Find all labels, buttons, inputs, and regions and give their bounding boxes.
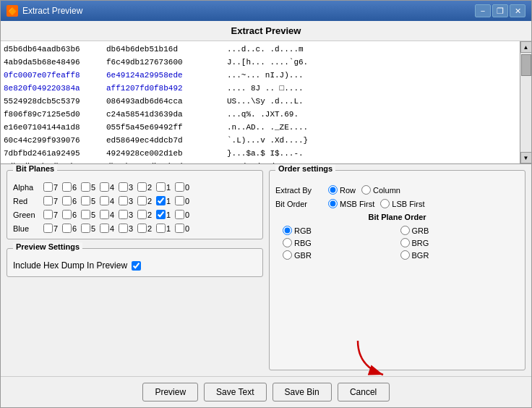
bit-item: 6 xyxy=(62,196,78,205)
green-6-checkbox[interactable] xyxy=(62,210,72,219)
bit-item: 1 xyxy=(156,224,172,233)
red-label: Red xyxy=(13,197,40,205)
red-7-checkbox[interactable] xyxy=(43,196,53,205)
bit-planes-group: Bit Planes Alpha 7 6 5 4 3 2 1 0 xyxy=(7,170,263,239)
bit-item: 4 xyxy=(100,210,116,219)
bit-item: 5 xyxy=(81,196,97,205)
scrollbar-vertical[interactable]: ▲ ▼ xyxy=(520,41,531,163)
blue-4-checkbox[interactable] xyxy=(100,224,109,233)
minimize-button[interactable]: − xyxy=(475,4,491,17)
green-5-checkbox[interactable] xyxy=(81,210,90,219)
green-2-checkbox[interactable] xyxy=(137,210,147,219)
gbr-radio-input[interactable] xyxy=(283,250,292,260)
bit-item: 5 xyxy=(81,182,97,192)
grb-radio-input[interactable] xyxy=(400,226,410,235)
bit-item: 4 xyxy=(100,182,116,192)
blue-3-checkbox[interactable] xyxy=(119,224,128,233)
preview-button[interactable]: Preview xyxy=(142,383,198,401)
bit-item: 1 xyxy=(156,196,172,205)
alpha-0-checkbox[interactable] xyxy=(175,182,184,192)
red-0-checkbox[interactable] xyxy=(175,196,184,205)
bit-item: 6 xyxy=(62,210,78,219)
hex-dump-checkbox[interactable] xyxy=(132,261,141,271)
green-1-checkbox[interactable] xyxy=(156,210,166,219)
extract-column-radio: Column xyxy=(361,185,400,195)
rgb-radio-input[interactable] xyxy=(283,226,292,235)
main-window: 🔶 Extract Preview − ❐ ✕ Extract Preview … xyxy=(0,0,532,408)
blue-1-checkbox[interactable] xyxy=(156,224,166,233)
bit-item: 2 xyxy=(137,210,153,219)
bit-item: 2 xyxy=(137,224,153,233)
blue-5-checkbox[interactable] xyxy=(81,224,90,233)
bit-item: 4 xyxy=(100,224,116,233)
close-button[interactable]: ✕ xyxy=(510,4,525,17)
bit-planes-grid: Alpha 7 6 5 4 3 2 1 0 Red 7 6 xyxy=(13,182,257,233)
bit-item: 0 xyxy=(175,196,191,205)
red-3-checkbox[interactable] xyxy=(119,196,128,205)
bit-item: 5 xyxy=(81,224,97,233)
row-radio[interactable] xyxy=(328,185,338,195)
scroll-down-arrow[interactable]: ▼ xyxy=(520,152,532,163)
red-5-checkbox[interactable] xyxy=(81,196,90,205)
extract-row-radio: Row xyxy=(328,185,356,195)
lsb-radio[interactable] xyxy=(380,199,390,208)
blue-2-checkbox[interactable] xyxy=(137,224,147,233)
blue-0-checkbox[interactable] xyxy=(175,224,184,233)
red-1-checkbox[interactable] xyxy=(156,196,166,205)
alpha-7-checkbox[interactable] xyxy=(43,182,53,192)
scroll-up-arrow[interactable]: ▲ xyxy=(520,41,532,53)
blue-6-checkbox[interactable] xyxy=(62,224,72,233)
scroll-thumb[interactable] xyxy=(521,54,531,76)
green-4-checkbox[interactable] xyxy=(100,210,109,219)
bit-item: 0 xyxy=(175,224,191,233)
bit-item: 6 xyxy=(62,182,78,192)
save-bin-button[interactable]: Save Bin xyxy=(273,383,332,401)
bit-item: 7 xyxy=(43,196,59,205)
bit-item: 6 xyxy=(62,224,78,233)
hex-preview-area: d5b6db64aadb63b6 db64b6deb51b16d ...d..c… xyxy=(1,41,531,164)
bgr-radio-input[interactable] xyxy=(400,250,410,260)
bit-item: 5 xyxy=(81,210,97,219)
hex-row: 7dbfbd2461a92495 4924928ce002d1eb }...$a… xyxy=(4,147,517,160)
app-icon: 🔶 xyxy=(7,5,18,17)
blue-label: Blue xyxy=(13,224,40,233)
alpha-5-checkbox[interactable] xyxy=(81,182,90,192)
alpha-1-checkbox[interactable] xyxy=(156,182,166,192)
bit-item: 7 xyxy=(43,182,59,192)
preview-settings-label: Preview Settings xyxy=(13,242,82,251)
hex-dump-label: Include Hex Dump In Preview xyxy=(13,260,127,271)
column-radio[interactable] xyxy=(361,185,371,195)
bit-item: 7 xyxy=(43,210,59,219)
red-6-checkbox[interactable] xyxy=(62,196,72,205)
red-2-checkbox[interactable] xyxy=(137,196,147,205)
rbg-radio-input[interactable] xyxy=(283,238,292,247)
green-label: Green xyxy=(13,211,40,219)
alpha-2-checkbox[interactable] xyxy=(137,182,147,192)
green-3-checkbox[interactable] xyxy=(119,210,128,219)
msb-radio[interactable] xyxy=(328,199,338,208)
hex-row: e16e07104144a1d8 055f5a45e69492ff .n..AD… xyxy=(4,121,517,134)
alpha-6-checkbox[interactable] xyxy=(62,182,72,192)
bit-row-red: Red 7 6 5 4 3 2 1 0 xyxy=(13,196,257,205)
gbr-radio: GBR xyxy=(283,250,395,260)
main-content: Bit Planes Alpha 7 6 5 4 3 2 1 0 xyxy=(1,164,531,376)
bit-item: 3 xyxy=(119,210,134,219)
alpha-4-checkbox[interactable] xyxy=(100,182,109,192)
cancel-button[interactable]: Cancel xyxy=(338,383,390,401)
lsb-first-radio: LSB First xyxy=(380,199,424,208)
bit-item: 4 xyxy=(100,196,116,205)
hex-row: 60c44c299f939076 ed58649ec4ddcb7d `.L)..… xyxy=(4,134,517,147)
bit-item: 7 xyxy=(43,224,59,233)
brg-radio-input[interactable] xyxy=(400,238,410,247)
hex-row: f806f89c7125e5d0 c24a58541d3639da ...q%.… xyxy=(4,108,517,121)
save-text-button[interactable]: Save Text xyxy=(204,383,266,401)
blue-7-checkbox[interactable] xyxy=(43,224,53,233)
bit-item: 1 xyxy=(156,182,172,192)
right-panel: Order settings Extract By Row Column xyxy=(269,170,525,370)
green-0-checkbox[interactable] xyxy=(175,210,184,219)
extract-by-row: Extract By Row Column xyxy=(275,185,519,195)
alpha-3-checkbox[interactable] xyxy=(119,182,128,192)
restore-button[interactable]: ❐ xyxy=(492,4,508,17)
green-7-checkbox[interactable] xyxy=(43,210,53,219)
red-4-checkbox[interactable] xyxy=(100,196,109,205)
